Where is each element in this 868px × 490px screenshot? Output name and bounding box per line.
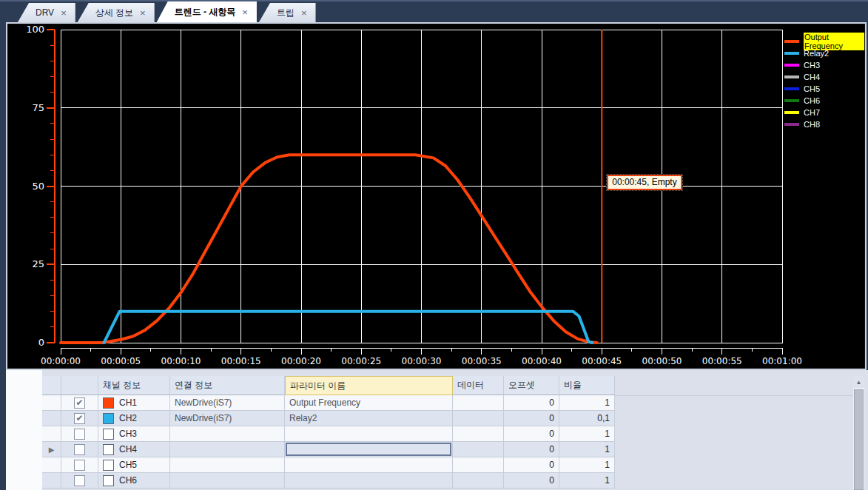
conn-cell[interactable]: NewDrive(iS7) — [170, 395, 285, 411]
tab-label: 트립 — [277, 7, 295, 19]
legend-swatch-icon — [784, 75, 799, 78]
ratio-cell[interactable]: 1 — [559, 473, 615, 489]
data-cell[interactable] — [453, 473, 504, 489]
param-cell[interactable]: Relay2 — [285, 411, 453, 426]
column-header-param[interactable]: 파라미터 이름 — [285, 376, 453, 395]
param-cell[interactable] — [285, 426, 453, 442]
series-1-line — [61, 155, 597, 343]
scrollbar-thumb[interactable] — [854, 389, 864, 490]
channel-enable-checkbox[interactable] — [74, 444, 85, 455]
svg-text:00:00:35: 00:00:35 — [462, 356, 502, 366]
column-header-rowhdr — [42, 376, 61, 395]
document-tab-bar: DRV×상세 정보×트렌드 - 새항목×트립× — [0, 0, 868, 22]
offset-cell[interactable]: 0 — [504, 395, 559, 411]
legend-item-7[interactable]: CH7 — [784, 107, 864, 118]
conn-cell[interactable] — [170, 442, 285, 457]
column-header-data[interactable]: 데이터 — [453, 376, 504, 395]
trend-chart-panel: 025507510000:00:0000:00:0500:00:1000:00:… — [6, 22, 867, 370]
ratio-cell[interactable]: 1 — [559, 457, 615, 473]
legend-label: CH5 — [804, 84, 820, 93]
current-row-marker-icon: ▶ — [49, 446, 55, 454]
tab-2[interactable]: 상세 정보× — [78, 3, 155, 22]
data-cell[interactable] — [453, 442, 504, 457]
channel-color-swatch — [103, 397, 114, 409]
svg-text:50: 50 — [32, 181, 44, 192]
svg-text:0: 0 — [38, 337, 44, 348]
data-cell[interactable] — [453, 411, 504, 426]
rowhdr-cell — [42, 395, 61, 411]
legend-swatch-icon — [784, 99, 799, 102]
svg-text:00:00:50: 00:00:50 — [642, 356, 682, 366]
channel-label: CH2 — [119, 413, 137, 423]
rowhdr-cell: ▶ — [42, 442, 61, 457]
table-row-ch1: ✔CH1NewDrive(iS7)Output Frequency01 — [42, 395, 615, 411]
offset-cell[interactable]: 0 — [504, 473, 559, 489]
param-cell[interactable] — [285, 442, 453, 457]
channel-label: CH3 — [119, 429, 137, 439]
data-cell[interactable] — [453, 457, 504, 473]
column-header-channel[interactable]: 채널 정보 — [98, 376, 170, 395]
legend-swatch-icon — [784, 123, 799, 126]
channel-color-swatch — [103, 475, 114, 486]
offset-cell[interactable]: 0 — [504, 457, 559, 473]
tab-4[interactable]: 트립× — [259, 3, 316, 22]
svg-text:75: 75 — [32, 102, 44, 113]
legend-label: Output Frequency — [804, 33, 864, 50]
conn-cell[interactable] — [170, 473, 285, 489]
channel-cell: CH5 — [98, 457, 170, 473]
legend-swatch-icon — [784, 111, 799, 114]
channel-enable-checkbox[interactable]: ✔ — [74, 397, 85, 409]
tab-1[interactable]: DRV× — [18, 3, 75, 22]
legend-item-3[interactable]: CH3 — [784, 59, 864, 71]
channel-cell: CH2 — [98, 411, 170, 426]
tab-label: 트렌드 - 새항목 — [175, 6, 236, 19]
data-cell[interactable] — [453, 426, 504, 442]
data-cell[interactable] — [453, 395, 504, 411]
legend-item-4[interactable]: CH4 — [784, 71, 864, 83]
legend-item-6[interactable]: CH6 — [784, 95, 864, 107]
offset-cell[interactable]: 0 — [504, 426, 559, 442]
ratio-cell[interactable]: 1 — [559, 442, 615, 457]
ratio-cell[interactable]: 1 — [559, 426, 615, 442]
conn-cell[interactable]: NewDrive(iS7) — [170, 411, 285, 426]
channel-enable-checkbox[interactable] — [74, 429, 85, 440]
ratio-cell[interactable]: 0,1 — [559, 411, 615, 426]
svg-text:00:00:25: 00:00:25 — [341, 356, 381, 366]
channel-label: CH1 — [119, 397, 137, 408]
header-extension-line — [615, 395, 853, 396]
column-header-ratio[interactable]: 비율 — [559, 376, 615, 395]
channel-enable-checkbox[interactable] — [74, 475, 85, 486]
offset-cell[interactable]: 0 — [504, 411, 559, 426]
svg-text:00:00:20: 00:00:20 — [281, 356, 321, 366]
legend-item-8[interactable]: CH8 — [784, 118, 864, 130]
channel-grid: 채널 정보연결 정보파라미터 이름데이터오프셋비율 ✔CH1NewDrive(i… — [42, 376, 615, 489]
tab-close-icon[interactable]: × — [140, 7, 146, 19]
param-cell[interactable]: Output Frequency — [285, 395, 453, 411]
column-header-offset[interactable]: 오프셋 — [504, 376, 559, 395]
svg-text:00:00:30: 00:00:30 — [402, 356, 442, 366]
conn-cell[interactable] — [170, 426, 285, 442]
channel-enable-checkbox[interactable] — [74, 460, 85, 471]
conn-cell[interactable] — [170, 457, 285, 473]
tab-close-icon[interactable]: × — [301, 7, 307, 19]
svg-text:00:01:00: 00:01:00 — [762, 356, 802, 366]
tab-3[interactable]: 트렌드 - 새항목× — [157, 1, 257, 22]
svg-text:00:00:00: 00:00:00 — [41, 356, 81, 366]
ratio-cell[interactable]: 1 — [559, 395, 615, 411]
scroll-up-button[interactable]: ▲ — [853, 376, 864, 388]
channel-cell: CH1 — [98, 395, 170, 411]
legend-item-1[interactable]: Output Frequency — [784, 36, 864, 47]
param-cell[interactable] — [285, 473, 453, 489]
column-header-conn[interactable]: 연결 정보 — [170, 376, 285, 395]
channel-color-swatch — [103, 460, 114, 471]
grid-vertical-scrollbar[interactable]: ▲ — [853, 376, 864, 490]
tab-label: DRV — [36, 7, 54, 18]
legend-item-5[interactable]: CH5 — [784, 83, 864, 95]
param-cell[interactable] — [285, 457, 453, 473]
tab-close-icon[interactable]: × — [61, 7, 67, 19]
legend-label: CH7 — [804, 108, 820, 117]
channel-enable-checkbox[interactable]: ✔ — [74, 413, 85, 424]
tab-close-icon[interactable]: × — [242, 7, 248, 18]
offset-cell[interactable]: 0 — [504, 442, 559, 457]
legend-swatch-icon — [784, 52, 799, 55]
